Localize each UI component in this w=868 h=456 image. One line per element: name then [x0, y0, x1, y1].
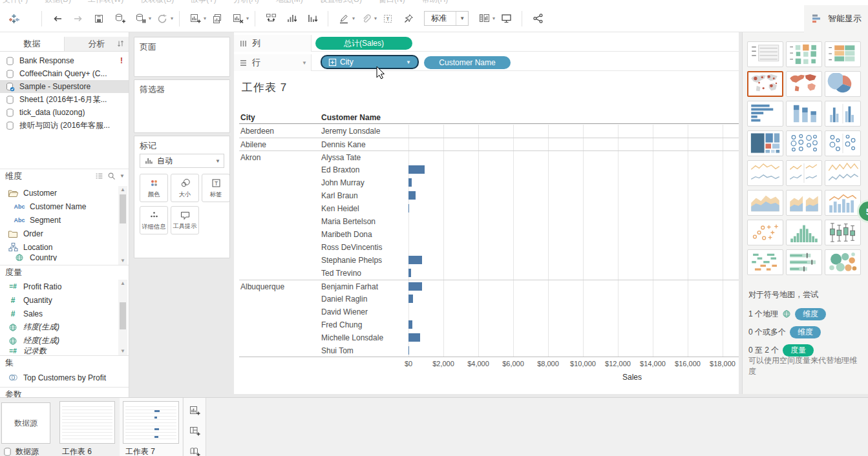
- group-members-caret[interactable]: ▾: [374, 16, 377, 21]
- sales-bar[interactable]: [408, 333, 420, 342]
- customer-cell[interactable]: John Murray: [321, 178, 405, 187]
- show-me-tile[interactable]: [747, 190, 783, 216]
- show-hide-cards-button[interactable]: [476, 10, 492, 27]
- rows-shelf[interactable]: 行 ▼ City ▼ Customer Name: [234, 54, 739, 71]
- customer-cell[interactable]: Daniel Raglin: [321, 295, 405, 304]
- field-row[interactable]: Order: [0, 227, 119, 240]
- customer-cell[interactable]: Michelle Lonsdale: [321, 333, 405, 342]
- show-me-tile[interactable]: [786, 101, 822, 127]
- show-me-tile[interactable]: [825, 71, 861, 97]
- share-workbook-button[interactable]: [529, 10, 546, 27]
- clear-sheet-caret[interactable]: ▾: [246, 16, 249, 21]
- label-button[interactable]: T 标签: [202, 174, 230, 202]
- tab-sheet7[interactable]: 工作表 7: [125, 447, 155, 456]
- show-me-tile[interactable]: [825, 190, 861, 216]
- columns-shelf[interactable]: 列 总计(Sales): [234, 35, 739, 52]
- show-me-tile[interactable]: [786, 190, 822, 216]
- show-me-tile[interactable]: [747, 130, 783, 156]
- sales-bar[interactable]: [408, 191, 416, 200]
- tooltip-button[interactable]: 工具提示: [171, 206, 199, 234]
- menu-item[interactable]: 工作表(W): [88, 0, 123, 5]
- field-row[interactable]: 纬度(生成): [0, 320, 119, 334]
- color-button[interactable]: 颜色: [140, 174, 168, 202]
- sales-bar[interactable]: [408, 269, 411, 277]
- pill-sum-sales[interactable]: 总计(Sales): [315, 37, 412, 50]
- customer-cell[interactable]: Stephanie Phelps: [321, 256, 405, 265]
- data-source-row[interactable]: Sheet1 (2016年1-6月某...: [0, 93, 129, 106]
- mark-type-dropdown[interactable]: 自动 ▼: [140, 154, 224, 168]
- customer-cell[interactable]: Maribeth Dona: [321, 230, 405, 239]
- group-members-button[interactable]: [357, 10, 374, 27]
- show-me-tile[interactable]: [786, 130, 822, 156]
- field-row[interactable]: Abc Customer Name: [0, 200, 119, 213]
- duplicate-sheet-button[interactable]: [209, 10, 226, 27]
- city-cell[interactable]: Abilene: [240, 140, 318, 149]
- show-me-tile[interactable]: [786, 41, 822, 67]
- show-me-tile[interactable]: [825, 220, 861, 245]
- customer-cell[interactable]: Maria Bertelson: [321, 217, 405, 226]
- sheet7-thumbnail[interactable]: [123, 401, 179, 444]
- swap-rows-columns-button[interactable]: [262, 10, 279, 27]
- set-row[interactable]: Top Customers by Profit: [0, 371, 119, 384]
- tab-analytics[interactable]: 分析: [64, 37, 129, 51]
- field-row[interactable]: Location: [0, 240, 119, 254]
- add-data-source-button[interactable]: [111, 10, 128, 27]
- column-header-city[interactable]: City: [240, 113, 255, 122]
- pane-menu-caret[interactable]: ▼: [120, 173, 125, 179]
- customer-cell[interactable]: Jeremy Lonsdale: [321, 127, 405, 136]
- undo-button[interactable]: [49, 10, 66, 27]
- new-worksheet-tab-button[interactable]: [186, 402, 203, 419]
- fit-selector-caret[interactable]: ▼: [456, 12, 468, 25]
- save-button[interactable]: [90, 10, 107, 27]
- show-me-tile[interactable]: [747, 220, 783, 245]
- new-story-button[interactable]: [186, 443, 203, 456]
- menu-item[interactable]: 窗口(N): [379, 0, 405, 5]
- datasource-tile[interactable]: 数据源: [1, 402, 50, 444]
- customer-cell[interactable]: Ted Trevino: [321, 269, 405, 278]
- show-me-tile[interactable]: [747, 101, 783, 127]
- redo-button[interactable]: [70, 10, 87, 27]
- sheet6-thumbnail[interactable]: [59, 401, 115, 444]
- show-me-tile[interactable]: [825, 41, 861, 67]
- filters-card[interactable]: 筛选器: [134, 79, 230, 133]
- pane-updown-icon[interactable]: [116, 39, 125, 48]
- data-source-row[interactable]: 接听与回访 (2016年客服...: [0, 119, 129, 132]
- presentation-mode-button[interactable]: [498, 10, 514, 27]
- find-field-icon[interactable]: [107, 172, 116, 180]
- menu-item[interactable]: 文件(F): [3, 0, 28, 5]
- pill-customer-name[interactable]: Customer Name: [424, 56, 511, 69]
- refresh-caret[interactable]: ▾: [171, 16, 173, 21]
- show-me-button[interactable]: 智能显示: [804, 5, 868, 32]
- new-dashboard-button[interactable]: [186, 422, 203, 439]
- dimensions-scrollbar[interactable]: ▲▼: [118, 186, 127, 265]
- new-worksheet-caret[interactable]: ▾: [204, 16, 206, 21]
- menu-item[interactable]: 数据(D): [45, 0, 71, 5]
- customer-cell[interactable]: Fred Chung: [321, 320, 405, 329]
- clear-sheet-button[interactable]: [229, 10, 246, 27]
- city-cell[interactable]: Aberdeen: [240, 127, 318, 136]
- tableau-logo-icon[interactable]: [5, 10, 22, 27]
- show-me-tile[interactable]: [747, 41, 783, 67]
- highlight-caret[interactable]: ▾: [352, 16, 355, 21]
- field-row[interactable]: # Sales: [0, 307, 119, 320]
- field-row[interactable]: # Quantity: [0, 293, 119, 307]
- customer-cell[interactable]: David Wiener: [321, 307, 405, 316]
- customer-cell[interactable]: Ross DeVincentis: [321, 243, 405, 252]
- data-source-row[interactable]: CoffeeChain Query+ (C...: [0, 67, 129, 80]
- customer-cell[interactable]: Alyssa Tate: [321, 153, 405, 162]
- field-row[interactable]: Country: [0, 254, 119, 261]
- pause-auto-updates-caret[interactable]: ▾: [149, 16, 151, 21]
- menu-item[interactable]: 设置格式(O): [320, 0, 362, 5]
- column-header-customer[interactable]: Customer Name: [321, 113, 381, 122]
- fix-axes-button[interactable]: [400, 10, 417, 27]
- sort-descending-button[interactable]: [304, 10, 321, 27]
- fit-selector[interactable]: 标准 ▼: [424, 11, 469, 26]
- show-me-tile[interactable]: [825, 130, 861, 156]
- field-row[interactable]: =# 记录数: [0, 347, 119, 355]
- sales-bar[interactable]: [408, 346, 409, 355]
- city-cell[interactable]: Akron: [240, 153, 318, 162]
- menu-item[interactable]: 分析(A): [233, 0, 259, 5]
- customer-cell[interactable]: Ken Heidel: [321, 204, 405, 213]
- show-me-tile[interactable]: [747, 71, 783, 97]
- menu-item[interactable]: 地图(M): [276, 0, 303, 5]
